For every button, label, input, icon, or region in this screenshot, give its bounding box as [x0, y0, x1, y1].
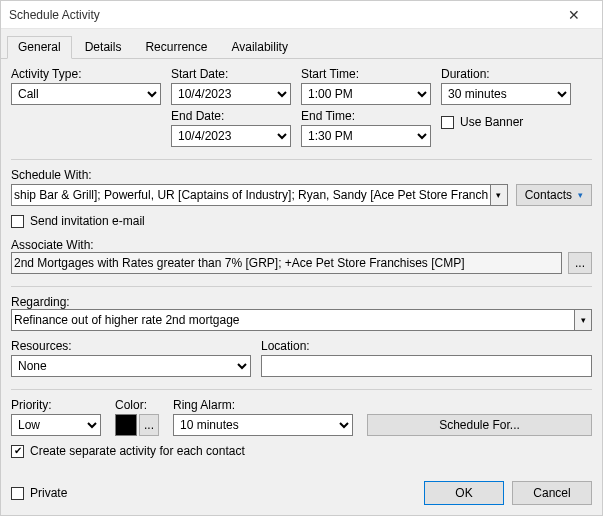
contacts-button[interactable]: Contacts ▾ [516, 184, 592, 206]
create-separate-label: Create separate activity for each contac… [30, 444, 245, 458]
activity-type-label: Activity Type: [11, 67, 161, 81]
schedule-with-dropdown[interactable]: ▾ [490, 184, 508, 206]
send-invite-checkbox[interactable] [11, 215, 24, 228]
schedule-with-input[interactable] [11, 184, 490, 206]
associate-with-input[interactable] [11, 252, 562, 274]
tab-details[interactable]: Details [74, 36, 133, 59]
ring-alarm-select[interactable]: 10 minutes [173, 414, 353, 436]
schedule-with-label: Schedule With: [11, 168, 508, 182]
divider [11, 389, 592, 390]
tab-strip: General Details Recurrence Availability [1, 29, 602, 59]
send-invite-label: Send invitation e-mail [30, 214, 145, 228]
tab-panel-general: Activity Type: Call Start Date: 10/4/202… [1, 59, 602, 476]
associate-with-label: Associate With: [11, 238, 94, 252]
duration-label: Duration: [441, 67, 571, 81]
use-banner-checkbox[interactable] [441, 116, 454, 129]
color-picker-button[interactable]: ... [139, 414, 159, 436]
end-date-label: End Date: [171, 109, 291, 123]
dialog-footer: Private OK Cancel [11, 481, 592, 505]
location-input[interactable] [261, 355, 592, 377]
duration-select[interactable]: 30 minutes [441, 83, 571, 105]
start-time-select[interactable]: 1:00 PM [301, 83, 431, 105]
ring-alarm-label: Ring Alarm: [173, 398, 353, 412]
end-date-select[interactable]: 10/4/2023 [171, 125, 291, 147]
start-time-label: Start Time: [301, 67, 431, 81]
cancel-button[interactable]: Cancel [512, 481, 592, 505]
color-swatch[interactable] [115, 414, 137, 436]
regarding-label: Regarding: [11, 295, 70, 309]
color-label: Color: [115, 398, 159, 412]
regarding-dropdown[interactable]: ▾ [574, 309, 592, 331]
regarding-input[interactable] [11, 309, 574, 331]
tab-recurrence[interactable]: Recurrence [134, 36, 218, 59]
start-date-select[interactable]: 10/4/2023 [171, 83, 291, 105]
tab-general[interactable]: General [7, 36, 72, 59]
priority-select[interactable]: Low [11, 414, 101, 436]
divider [11, 159, 592, 160]
resources-label: Resources: [11, 339, 251, 353]
close-icon: ✕ [568, 7, 580, 23]
tab-availability[interactable]: Availability [220, 36, 298, 59]
close-button[interactable]: ✕ [554, 1, 594, 29]
associate-with-browse-button[interactable]: ... [568, 252, 592, 274]
contacts-button-label: Contacts [525, 188, 572, 202]
resources-select[interactable]: None [11, 355, 251, 377]
chevron-down-icon: ▾ [496, 190, 501, 200]
end-time-select[interactable]: 1:30 PM [301, 125, 431, 147]
chevron-down-icon: ▾ [581, 315, 586, 325]
private-label: Private [30, 486, 67, 500]
priority-label: Priority: [11, 398, 101, 412]
titlebar: Schedule Activity ✕ [1, 1, 602, 29]
schedule-for-button[interactable]: Schedule For... [367, 414, 592, 436]
use-banner-label: Use Banner [460, 115, 523, 129]
private-checkbox[interactable] [11, 487, 24, 500]
location-label: Location: [261, 339, 592, 353]
window-title: Schedule Activity [9, 8, 100, 22]
ok-button[interactable]: OK [424, 481, 504, 505]
create-separate-checkbox[interactable] [11, 445, 24, 458]
divider [11, 286, 592, 287]
start-date-label: Start Date: [171, 67, 291, 81]
end-time-label: End Time: [301, 109, 431, 123]
chevron-down-icon: ▾ [578, 190, 583, 200]
activity-type-select[interactable]: Call [11, 83, 161, 105]
